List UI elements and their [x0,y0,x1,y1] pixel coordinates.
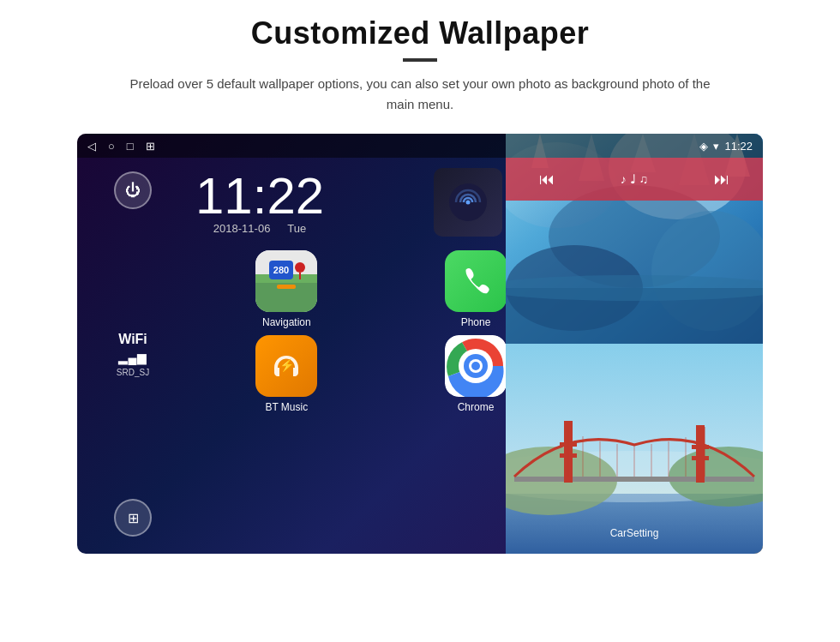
clock-date-value: 2018-11-06 [213,222,271,235]
apps-grid-button[interactable]: ⊞ [114,499,152,537]
svg-rect-51 [692,456,709,460]
status-time: 11:22 [724,140,753,153]
power-button[interactable]: ⏻ [114,171,152,209]
cast-icon [447,181,489,224]
chrome-label: Chrome [458,401,495,413]
wallpaper-thumb-bottom[interactable]: CarSetting [506,344,763,554]
svg-rect-5 [277,285,296,289]
phone-svg [459,264,493,298]
wifi-network: SRD_SJ [117,368,149,377]
title-divider [403,58,437,62]
media-bar: ⏮ ♪ ♩ ♫ ⏭ [506,158,763,201]
bt-music-label: BT Music [265,401,308,413]
media-title: ♪ ♩ ♫ [621,172,648,186]
bt-svg: ⚡ [269,349,303,383]
recents-icon: □ [127,140,134,153]
svg-rect-45 [514,477,754,482]
car-setting-label: CarSetting [610,527,659,539]
svg-rect-47 [696,425,705,483]
wifi-signal: ▂▄▆ [118,351,148,364]
app-bt-music[interactable]: ⚡ BT Music [195,335,378,413]
phone-label: Phone [461,316,491,328]
svg-point-1 [465,201,470,205]
screenshot-icon: ⊞ [146,140,155,153]
page-description: Preload over 5 default wallpaper options… [120,74,720,115]
android-screen: ⏻ WiFi ▂▄▆ SRD_SJ ⊞ 11:22 2 [77,134,763,554]
phone-icon [445,250,507,312]
prev-icon[interactable]: ⏮ [539,171,555,189]
status-bar: ◁ ○ □ ⊞ ◈ ▾ 11:22 [77,134,763,158]
status-bar-right: ◈ ▾ 11:22 [699,140,753,153]
app-navigation[interactable]: 280 Navigation [195,250,378,328]
wifi-label: WiFi [118,332,147,347]
clock-day: Tue [287,222,306,235]
clock-time: 11:22 [195,171,324,222]
location-icon: ◈ [699,140,708,153]
bt-music-icon: ⚡ [255,335,317,397]
bridge-wallpaper-svg [506,344,763,554]
wifi-status-icon: ▾ [713,140,719,153]
svg-point-39 [506,275,763,301]
clock-block: 11:22 2018-11-06 Tue [195,171,324,235]
media-widget [434,168,502,237]
sidebar: ⏻ WiFi ▂▄▆ SRD_SJ ⊞ [77,158,189,554]
navigation-icon: 280 [255,250,317,312]
svg-text:⚡: ⚡ [279,358,295,373]
svg-point-19 [471,362,480,370]
navigation-label: Navigation [262,316,311,328]
page-title: Customized Wallpaper [251,15,590,51]
wallpaper-panel: ⏮ ♪ ♩ ♫ ⏭ [506,134,763,554]
page-container: Customized Wallpaper Preload over 5 defa… [0,0,840,642]
back-icon: ◁ [87,140,96,153]
svg-point-8 [295,262,305,273]
svg-text:280: 280 [273,265,289,275]
next-icon[interactable]: ⏭ [714,171,729,189]
car-setting-area: CarSetting [506,525,763,540]
wifi-info: WiFi ▂▄▆ SRD_SJ [117,332,149,377]
clock-date: 2018-11-06 Tue [213,222,306,235]
home-icon: ○ [108,140,115,153]
status-bar-left: ◁ ○ □ ⊞ [87,140,155,153]
chrome-icon [445,335,507,397]
device-frame: ◁ ○ □ ⊞ ◈ ▾ 11:22 ⏻ WiFi ▂▄▆ SRD_SJ [77,134,763,554]
